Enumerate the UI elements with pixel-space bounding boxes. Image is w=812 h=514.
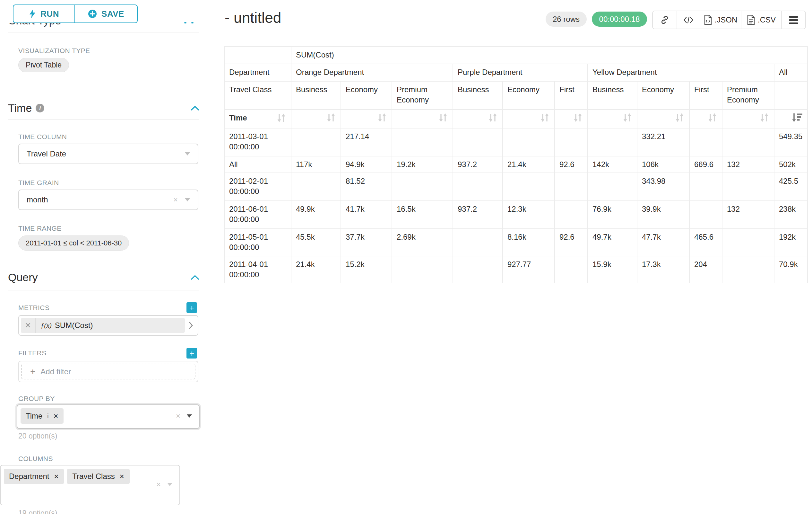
pivot-row-key: 2011-02-01 00:00:00 — [224, 173, 291, 201]
pivot-cell — [722, 128, 774, 156]
pivot-cell: 106k — [637, 156, 689, 173]
run-button[interactable]: RUN — [13, 4, 75, 23]
copy-link-button[interactable] — [653, 11, 676, 29]
pivot-cell: 217.14 — [341, 128, 392, 156]
columns-select[interactable]: Department✕Travel Class✕ × — [0, 465, 180, 505]
time-section-title: Time — [8, 102, 32, 114]
chevron-up-icon[interactable] — [191, 105, 199, 111]
group-by-label: GROUP BY — [18, 395, 55, 403]
value-tag[interactable]: Department✕ — [4, 469, 64, 484]
filters-label: FILTERS — [18, 349, 47, 357]
remove-icon[interactable]: ✕ — [53, 412, 58, 420]
query-section-header[interactable]: Query — [8, 271, 199, 284]
run-save-toolbar: RUN SAVE — [13, 4, 138, 23]
sort-icon[interactable] — [707, 113, 717, 123]
pivot-cell: 49.9k — [291, 201, 341, 229]
pivot-sort-header[interactable] — [502, 110, 555, 128]
pivot-sort-header[interactable] — [291, 110, 341, 128]
divider — [8, 119, 199, 120]
pivot-sort-header[interactable] — [689, 110, 722, 128]
time-column-select[interactable]: Travel Date — [18, 143, 198, 164]
remove-metric-icon[interactable]: ✕ — [21, 318, 36, 333]
chart-title[interactable]: - untitled — [225, 9, 281, 26]
chevron-up-icon[interactable] — [191, 275, 199, 280]
time-section-header[interactable]: Time i — [8, 102, 199, 114]
sort-icon[interactable] — [573, 113, 583, 123]
sort-icon[interactable] — [674, 113, 685, 123]
clear-icon[interactable]: × — [156, 481, 161, 488]
info-icon: i — [47, 412, 49, 420]
export-csv-button[interactable]: .CSV — [741, 11, 781, 29]
pivot-cell: 927.77 — [502, 256, 555, 283]
time-range-chip[interactable]: 2011-01-01 ≤ col < 2011-06-30 — [18, 236, 129, 250]
add-metric-button[interactable]: + — [186, 302, 197, 313]
sort-icon[interactable] — [326, 113, 336, 123]
sort-icon[interactable] — [276, 113, 286, 123]
sort-icon[interactable] — [488, 113, 498, 123]
group-by-select[interactable]: Timei✕ × — [17, 404, 200, 429]
chevron-right-icon — [189, 322, 193, 329]
pivot-sort-header[interactable] — [392, 110, 453, 128]
file-csv-icon — [747, 15, 755, 25]
pivot-cell — [555, 173, 588, 201]
pivot-cell — [502, 173, 555, 201]
tag-label: Travel Class — [72, 472, 115, 481]
filters-control: + Add filter — [18, 361, 198, 382]
export-json-button[interactable]: .JSON — [700, 11, 741, 29]
chevron-down-icon — [167, 483, 172, 486]
add-filter-plus-button[interactable]: + — [186, 348, 197, 358]
pivot-dim-time-sort-header[interactable]: Time — [224, 110, 291, 128]
pivot-cell: 92.6 — [555, 229, 588, 256]
sort-descending-icon[interactable] — [791, 113, 803, 123]
sort-icon[interactable] — [377, 113, 387, 123]
clear-icon[interactable]: × — [173, 196, 178, 204]
pivot-cell: 332.21 — [637, 128, 689, 156]
pivot-sort-header[interactable] — [774, 110, 808, 128]
metric-chip[interactable]: ✕ ƒ(x) SUM(Cost) — [21, 318, 185, 333]
pivot-cell: 204 — [689, 256, 722, 283]
remove-icon[interactable]: ✕ — [119, 473, 124, 480]
pivot-sort-header[interactable] — [555, 110, 588, 128]
value-tag[interactable]: Travel Class✕ — [67, 469, 129, 484]
options-hint: 19 option(s) — [18, 509, 57, 514]
pivot-table-container: SUM(Cost)DepartmentOrange DepartmentPurp… — [224, 46, 808, 283]
pivot-cell: 94.9k — [341, 156, 392, 173]
pivot-sort-header[interactable] — [341, 110, 392, 128]
pivot-sort-header[interactable] — [637, 110, 689, 128]
add-filter-button[interactable]: + Add filter — [21, 364, 196, 379]
pivot-cell: 15.9k — [588, 256, 637, 283]
pivot-cell: 117k — [291, 156, 341, 173]
clear-icon[interactable]: × — [176, 412, 180, 420]
time-range-label: TIME RANGE — [18, 224, 62, 232]
sort-icon[interactable] — [622, 113, 632, 123]
pivot-cell: 669.6 — [689, 156, 722, 173]
pivot-cell — [689, 128, 722, 156]
time-grain-select[interactable]: month × — [18, 190, 198, 210]
pivot-row-key: 2011-04-01 00:00:00 — [224, 256, 291, 283]
sort-icon[interactable] — [759, 113, 769, 123]
pivot-dim-department: Department — [224, 64, 291, 81]
sort-icon[interactable] — [540, 113, 550, 123]
remove-icon[interactable]: ✕ — [54, 473, 59, 480]
pivot-cell — [453, 173, 502, 201]
metrics-control[interactable]: ✕ ƒ(x) SUM(Cost) — [18, 315, 198, 336]
pivot-subcolumn-header: Business — [291, 81, 341, 110]
pivot-sort-header[interactable] — [453, 110, 502, 128]
menu-button[interactable] — [781, 11, 805, 29]
visualization-type-chip[interactable]: Pivot Table — [18, 58, 69, 72]
row-count-badge: 26 rows — [546, 11, 587, 27]
plus-icon: + — [30, 367, 35, 376]
panel-resize-handle[interactable] — [184, 22, 194, 23]
value-tag[interactable]: Timei✕ — [21, 408, 63, 424]
pivot-cell: 16.5k — [392, 201, 453, 229]
pivot-cell: 37.7k — [341, 229, 392, 256]
embed-code-button[interactable] — [676, 11, 700, 29]
pivot-corner-cell — [224, 47, 291, 64]
save-button[interactable]: SAVE — [75, 4, 138, 23]
pivot-cell: 8.16k — [502, 229, 555, 256]
pivot-sort-header[interactable] — [588, 110, 637, 128]
sort-icon[interactable] — [438, 113, 448, 123]
pivot-cell: 92.6 — [555, 156, 588, 173]
pivot-sort-header[interactable] — [722, 110, 774, 128]
pivot-cell — [588, 128, 637, 156]
